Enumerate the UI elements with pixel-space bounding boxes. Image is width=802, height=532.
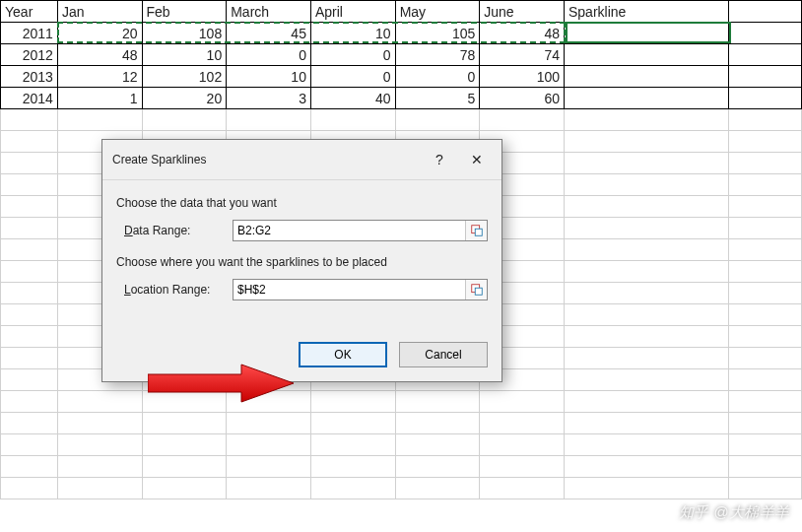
cell[interactable]: 0: [227, 44, 311, 66]
cell[interactable]: [1, 304, 58, 326]
cell[interactable]: [729, 348, 802, 369]
cell[interactable]: [142, 109, 227, 131]
cell[interactable]: 48: [57, 44, 142, 66]
cell[interactable]: [565, 239, 729, 261]
cell[interactable]: [565, 44, 729, 66]
cell[interactable]: 40: [310, 88, 395, 109]
cell[interactable]: [1, 196, 58, 218]
cell[interactable]: [729, 218, 802, 239]
column-header[interactable]: Year: [1, 1, 58, 23]
cell[interactable]: [1, 174, 58, 196]
cell[interactable]: [729, 131, 802, 153]
cell[interactable]: [1, 109, 58, 131]
cell[interactable]: [1, 456, 58, 478]
cell[interactable]: [565, 326, 729, 348]
cell[interactable]: [565, 66, 729, 88]
cell[interactable]: [227, 413, 311, 434]
cell[interactable]: [1, 413, 58, 434]
cell[interactable]: 60: [480, 88, 565, 109]
close-button[interactable]: ✕: [458, 148, 496, 171]
cell[interactable]: [565, 23, 729, 44]
cell[interactable]: 20: [57, 23, 142, 44]
cell[interactable]: [480, 391, 565, 413]
cancel-button[interactable]: Cancel: [399, 342, 488, 367]
cell[interactable]: [729, 456, 802, 478]
cell[interactable]: [57, 456, 142, 478]
cell[interactable]: [310, 413, 395, 434]
cell[interactable]: [565, 261, 729, 283]
cell[interactable]: 102: [142, 66, 227, 88]
cell[interactable]: [227, 391, 311, 413]
cell[interactable]: [1, 261, 58, 283]
cell[interactable]: 10: [142, 44, 227, 66]
cell[interactable]: [1, 153, 58, 174]
cell[interactable]: [729, 413, 802, 434]
cell[interactable]: [1, 369, 58, 391]
collapse-dialog-button-2[interactable]: [465, 280, 487, 299]
cell[interactable]: [729, 369, 802, 391]
collapse-dialog-button[interactable]: [465, 221, 487, 240]
cell[interactable]: [310, 434, 395, 456]
cell[interactable]: [142, 413, 227, 434]
cell[interactable]: [480, 413, 565, 434]
cell[interactable]: [1, 391, 58, 413]
cell[interactable]: 78: [395, 44, 480, 66]
cell[interactable]: [1, 326, 58, 348]
cell[interactable]: [142, 478, 227, 499]
cell[interactable]: [395, 413, 480, 434]
location-range-input[interactable]: [234, 280, 465, 299]
cell[interactable]: 0: [310, 66, 395, 88]
cell[interactable]: 74: [480, 44, 565, 66]
cell[interactable]: [1, 348, 58, 369]
cell[interactable]: [1, 434, 58, 456]
help-button[interactable]: ?: [421, 148, 458, 171]
column-header[interactable]: Jan: [57, 1, 142, 23]
column-header[interactable]: Feb: [142, 1, 227, 23]
cell[interactable]: [729, 196, 802, 218]
cell[interactable]: [227, 434, 311, 456]
cell[interactable]: [565, 434, 729, 456]
dialog-titlebar[interactable]: Create Sparklines ? ✕: [102, 140, 501, 180]
cell[interactable]: [729, 478, 802, 499]
cell[interactable]: [395, 434, 480, 456]
cell[interactable]: [395, 456, 480, 478]
column-header[interactable]: March: [227, 1, 311, 23]
cell[interactable]: [142, 456, 227, 478]
cell[interactable]: [480, 434, 565, 456]
cell[interactable]: [565, 174, 729, 196]
location-range-field[interactable]: [233, 279, 488, 300]
cell[interactable]: [480, 456, 565, 478]
cell[interactable]: 2011: [1, 23, 58, 44]
cell[interactable]: [310, 391, 395, 413]
cell[interactable]: [310, 456, 395, 478]
column-header[interactable]: April: [310, 1, 395, 23]
cell[interactable]: 48: [480, 23, 565, 44]
cell[interactable]: [142, 391, 227, 413]
cell[interactable]: [57, 109, 142, 131]
cell[interactable]: [1, 131, 58, 153]
cell[interactable]: [565, 369, 729, 391]
cell[interactable]: [565, 196, 729, 218]
cell[interactable]: [57, 413, 142, 434]
cell[interactable]: [729, 391, 802, 413]
cell[interactable]: [565, 348, 729, 369]
cell[interactable]: [480, 109, 565, 131]
cell[interactable]: [565, 218, 729, 239]
cell[interactable]: 5: [395, 88, 480, 109]
column-header[interactable]: June: [480, 1, 565, 23]
cell[interactable]: [57, 391, 142, 413]
cell[interactable]: [565, 456, 729, 478]
cell[interactable]: [729, 174, 802, 196]
cell[interactable]: 108: [142, 23, 227, 44]
cell[interactable]: [729, 304, 802, 326]
cell[interactable]: [1, 218, 58, 239]
cell[interactable]: 20: [142, 88, 227, 109]
cell[interactable]: [565, 478, 729, 499]
column-header-sparkline[interactable]: Sparkline: [565, 1, 729, 23]
cell[interactable]: [57, 478, 142, 499]
cell[interactable]: 12: [57, 66, 142, 88]
cell[interactable]: [565, 109, 729, 131]
cell[interactable]: [57, 434, 142, 456]
cell[interactable]: [729, 239, 802, 261]
cell[interactable]: [729, 153, 802, 174]
